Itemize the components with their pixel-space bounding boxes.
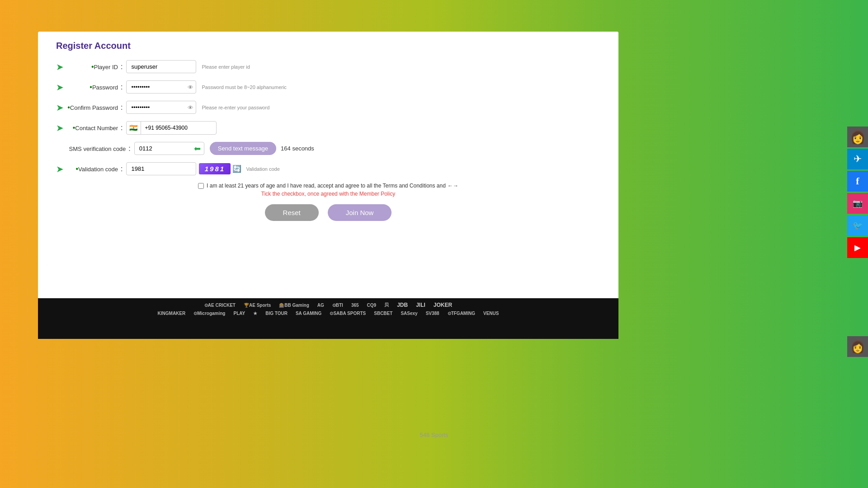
logo-365: 365 — [351, 303, 359, 308]
logos-row-1: ⊙AE CRICKET 🏆AE Sports 🎰BB Gaming AG ⊙BT… — [56, 302, 600, 308]
logo-kingmaker: KINGMAKER — [158, 311, 186, 316]
logo-venus: VENUS — [483, 311, 499, 316]
sports-count: 548 Sports — [420, 432, 448, 438]
logo-tfgaming: ⊙TFGAMING — [448, 311, 475, 316]
sms-label: •SMS verification code — [66, 145, 128, 153]
arrow-icon-password: ➤ — [56, 82, 64, 93]
password-input[interactable] — [126, 80, 196, 94]
logo-star: ★ — [253, 311, 257, 316]
logo-ae-sports: 🏆AE Sports — [244, 303, 271, 308]
logos-row-2: KINGMAKER ⊙Microgaming PLAY ★ BIG TOUR S… — [56, 311, 600, 316]
playerid-label: •Player ID — [66, 63, 121, 71]
terms-arrow: ←→ — [448, 183, 458, 189]
phone-input[interactable] — [141, 122, 209, 134]
countdown-text: 164 seconds — [281, 145, 314, 152]
social-sidebar: 👩 ✈ f 📷 🐦 ▶ — [847, 127, 868, 258]
eye-icon-confirm[interactable]: 👁 — [188, 104, 193, 111]
social-avatar-top[interactable]: 👩 — [847, 127, 868, 147]
confirm-password-input[interactable] — [126, 101, 196, 114]
logo-sbcbet: SBCBET — [374, 311, 392, 316]
facebook-button[interactable]: f — [847, 171, 868, 192]
logo-big-tour: BIG TOUR — [265, 311, 288, 316]
twitter-button[interactable]: 🐦 — [847, 215, 868, 236]
youtube-icon: ▶ — [854, 243, 861, 253]
instagram-button[interactable]: 📷 — [847, 193, 868, 214]
logo-microgaming: ⊙Microgaming — [193, 311, 225, 316]
twitter-icon: 🐦 — [853, 221, 863, 230]
eye-icon-password[interactable]: 👁 — [188, 84, 193, 90]
avatar-bottom-right[interactable]: 👩 — [847, 336, 868, 357]
validation-code-row: ➤ •Validation code : 1981 🔄 Validation c… — [56, 162, 600, 175]
confirm-password-label: •Confirm Password — [66, 103, 121, 112]
logo-bb-gaming: 🎰BB Gaming — [279, 303, 309, 308]
youtube-button[interactable]: ▶ — [847, 237, 868, 258]
logo-jdb: JDB — [397, 302, 408, 308]
confirm-password-hint: Please re-enter your password — [202, 105, 269, 110]
logo-bti: ⊙BTI — [332, 303, 343, 308]
telegram-icon: ✈ — [854, 153, 862, 165]
logo-ag: AG — [317, 303, 324, 308]
register-title: Register Account — [56, 41, 600, 51]
telegram-button[interactable]: ✈ — [847, 149, 868, 169]
refresh-icon[interactable]: 🔄 — [232, 164, 241, 173]
arrow-icon-playerid: ➤ — [56, 61, 64, 72]
logo-joker: JOKER — [434, 302, 452, 308]
contact-label: •Contact Number — [66, 124, 121, 132]
arrow-icon-contact: ➤ — [56, 122, 64, 133]
instagram-icon: 📷 — [853, 198, 863, 208]
arrow-icon-validation: ➤ — [56, 164, 64, 174]
back-arrow-icon: ⬅ — [194, 144, 201, 154]
logo-bai: 贝 — [384, 302, 389, 308]
reset-button[interactable]: Reset — [265, 204, 319, 221]
captcha-display: 1981 🔄 — [199, 163, 241, 174]
terms-checkbox[interactable] — [198, 183, 204, 189]
validation-code-input[interactable] — [126, 162, 196, 175]
buttons-row: Reset Join Now — [56, 204, 600, 221]
logo-saba-sports: ⊙SABA SPORTS — [330, 311, 366, 316]
phone-input-wrapper: 🇮🇳 — [126, 121, 217, 135]
arrow-icon-confirm: ➤ — [56, 102, 64, 113]
join-now-button[interactable]: Join Now — [328, 204, 392, 221]
password-label: •Password — [66, 83, 121, 91]
logo-cq9: CQ9 — [367, 303, 377, 308]
logo-sv388: SV388 — [426, 311, 439, 316]
logo-jili: JILI — [416, 302, 425, 308]
flag-icon[interactable]: 🇮🇳 — [127, 122, 141, 134]
playerid-hint: Please enter player id — [202, 64, 250, 70]
confirm-password-row: ➤ •Confirm Password : 👁 Please re-enter … — [56, 101, 600, 114]
sms-code-row: ➤ •SMS verification code : ⬅ Send text m… — [56, 142, 600, 155]
logo-sasexy: SASexy — [401, 311, 417, 316]
terms-row: I am at least 21 years of age and I have… — [56, 183, 600, 189]
terms-text: I am at least 21 years of age and I have… — [207, 183, 446, 189]
facebook-icon: f — [856, 175, 859, 187]
validation-placeholder: Validation code — [246, 166, 279, 172]
logo-sa-gaming: SA GAMING — [296, 311, 321, 316]
logo-play: PLAY — [233, 311, 245, 316]
error-message: Tick the checkbox, once agreed with the … — [56, 191, 600, 197]
player-id-input[interactable] — [126, 60, 196, 73]
logo-ae-cricket: ⊙AE CRICKET — [204, 303, 236, 308]
validation-label: •Validation code — [66, 165, 121, 173]
player-id-row: ➤ •Player ID : Please enter player id — [56, 60, 600, 73]
password-hint: Password must be 8~20 alphanumeric — [202, 84, 286, 90]
send-sms-button[interactable]: Send text message — [210, 142, 276, 155]
password-row: ➤ •Password : 👁 Password must be 8~20 al… — [56, 80, 600, 94]
contact-number-row: ➤ •Contact Number : 🇮🇳 — [56, 121, 600, 135]
captcha-image: 1981 — [199, 163, 231, 174]
